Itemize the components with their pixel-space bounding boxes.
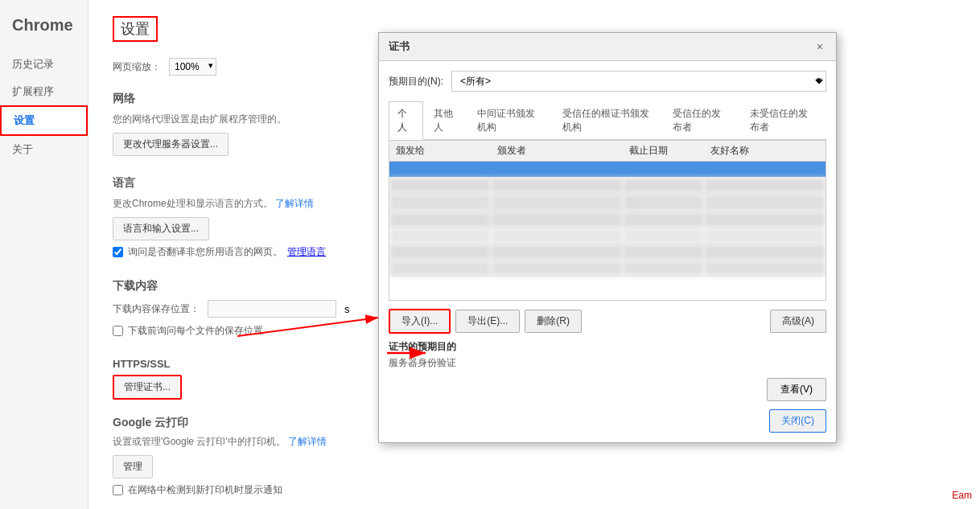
ask-download-checkbox[interactable] <box>113 326 123 336</box>
cloud-print-notify-checkbox[interactable] <box>113 485 123 495</box>
table-row[interactable] <box>389 178 826 194</box>
col-friendly-name: 友好名称 <box>704 141 826 162</box>
import-button[interactable]: 导入(I)... <box>389 309 451 334</box>
purpose-row: 预期目的(N): <所有> <box>389 71 826 92</box>
logo-text: Eam <box>952 490 972 501</box>
language-learn-more-link[interactable]: 了解详情 <box>275 198 314 209</box>
sidebar-item-history[interactable]: 历史记录 <box>0 51 88 78</box>
cloud-print-notify-label: 在网络中检测到新打印机时显示通知 <box>128 483 282 497</box>
close-button-row: 关闭(C) <box>389 409 826 433</box>
purpose-label: 预期目的(N): <box>389 75 443 88</box>
tab-others[interactable]: 其他人 <box>425 101 467 139</box>
cloud-print-learn-more-link[interactable]: 了解详情 <box>288 436 327 447</box>
tab-trusted-pub[interactable]: 受信任的发布者 <box>664 101 739 139</box>
app-logo: Chrome <box>0 8 88 51</box>
cell-friendly-name <box>704 162 826 178</box>
cloud-print-desc-text: 设置或管理'Google 云打印'中的打印机。 <box>113 436 286 447</box>
tab-intermediate[interactable]: 中间证书颁发机构 <box>468 101 552 139</box>
view-button[interactable]: 查看(V) <box>767 378 826 401</box>
download-path-suffix: s <box>344 303 350 315</box>
cell-issued-to <box>389 162 491 178</box>
cloud-print-manage-button[interactable]: 管理 <box>113 455 153 478</box>
dialog-title-bar: 证书 × <box>379 33 836 61</box>
proxy-settings-button[interactable]: 更改代理服务器设置... <box>113 133 229 156</box>
bottom-logo: Eam <box>952 490 972 501</box>
language-input-settings-button[interactable]: 语言和输入设置... <box>113 217 209 240</box>
table-row[interactable] <box>389 244 826 261</box>
table-row[interactable] <box>389 261 826 277</box>
cell-expiry <box>623 162 704 178</box>
download-path-input[interactable] <box>208 300 336 318</box>
translate-label: 询问是否翻译非您所用语言的网页。 <box>128 245 282 259</box>
table-row[interactable] <box>389 162 826 178</box>
col-issuer: 颁发者 <box>491 141 623 162</box>
manage-cert-button[interactable]: 管理证书... <box>113 375 182 400</box>
table-row[interactable]: - . <box>389 194 826 212</box>
dialog-title: 证书 <box>389 39 410 54</box>
dialog-action-buttons: 导入(I)... 导出(E)... 删除(R) 高级(A) <box>389 309 826 334</box>
zoom-select-wrapper: 100% <box>169 58 216 76</box>
cell-issuer <box>491 162 623 178</box>
view-button-row: 查看(V) <box>389 378 826 401</box>
sidebar-item-about[interactable]: 关于 <box>0 136 88 163</box>
advanced-button[interactable]: 高级(A) <box>770 310 826 333</box>
purpose-select-wrapper: <所有> <box>451 71 826 92</box>
translate-checkbox[interactable] <box>113 247 123 257</box>
download-path-label: 下载内容保存位置： <box>113 302 200 316</box>
dialog-body: 预期目的(N): <所有> 个人 其他人 中间证书颁发机构 受信任的根证书颁发机… <box>379 61 836 442</box>
cloud-print-notify-row: 在网络中检测到新打印机时显示通知 <box>113 483 956 497</box>
cert-table: 颁发给 颁发者 截止日期 友好名称 <box>389 141 826 277</box>
sidebar: Chrome 历史记录 扩展程序 设置 关于 <box>0 0 89 509</box>
zoom-select[interactable]: 100% <box>169 58 216 76</box>
settings-title-bar: 设置 <box>113 16 158 42</box>
language-desc-text: 更改Chrome处理和显示语言的方式。 <box>113 198 273 209</box>
delete-button[interactable]: 删除(R) <box>525 310 582 333</box>
sidebar-item-extensions[interactable]: 扩展程序 <box>0 78 88 105</box>
col-issued-to: 颁发给 <box>389 141 491 162</box>
sidebar-item-settings[interactable]: 设置 <box>0 105 88 136</box>
col-expiry: 截止日期 <box>623 141 704 162</box>
cert-purpose-title: 证书的预期目的 <box>389 340 826 354</box>
export-button[interactable]: 导出(E)... <box>455 310 520 333</box>
table-row[interactable] <box>389 212 826 228</box>
cert-table-container[interactable]: 颁发给 颁发者 截止日期 友好名称 <box>389 140 826 301</box>
tab-untrusted-pub[interactable]: 未受信任的发布者 <box>741 101 825 139</box>
close-dialog-button[interactable]: 关闭(C) <box>769 409 826 433</box>
cert-tabs: 个人 其他人 中间证书颁发机构 受信任的根证书颁发机构 受信任的发布者 未受信任… <box>389 101 826 140</box>
zoom-label: 网页缩放： <box>113 60 161 74</box>
cert-purpose-section: 证书的预期目的 服务器身份验证 <box>389 340 826 370</box>
cert-purpose-value: 服务器身份验证 <box>389 356 826 370</box>
table-row[interactable] <box>389 228 826 244</box>
ask-download-label: 下载前询问每个文件的保存位置 <box>128 324 263 338</box>
tab-personal[interactable]: 个人 <box>389 101 423 140</box>
tab-trusted-root[interactable]: 受信任的根证书颁发机构 <box>554 101 662 139</box>
certificate-dialog: 证书 × 预期目的(N): <所有> 个人 其他人 中间证书颁发机构 受信任的根… <box>378 32 837 443</box>
dialog-close-icon[interactable]: × <box>813 40 826 53</box>
purpose-select[interactable]: <所有> <box>451 71 826 92</box>
manage-language-link[interactable]: 管理语言 <box>287 245 326 259</box>
settings-title: 设置 <box>121 21 150 37</box>
